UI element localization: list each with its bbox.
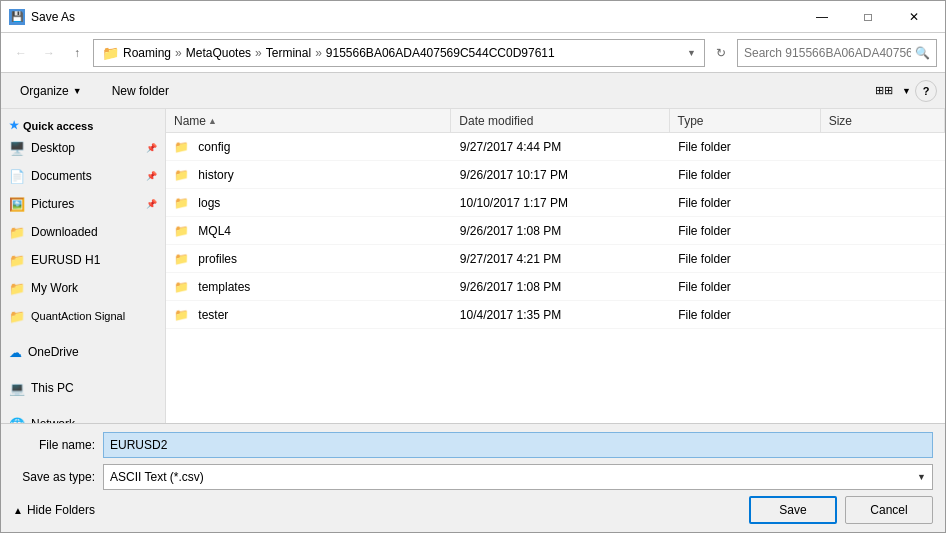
sidebar-item-network[interactable]: 🌐 Network [1, 410, 165, 423]
cancel-label: Cancel [870, 503, 907, 517]
table-row[interactable]: 📁 config 9/27/2017 4:44 PM File folder [166, 133, 945, 161]
breadcrumb-guid[interactable]: 915566BA06ADA407569C544CC0D97611 [326, 46, 555, 60]
sidebar-item-eurusd[interactable]: 📁 EURUSD H1 [1, 246, 165, 274]
close-button[interactable]: ✕ [891, 1, 937, 33]
folder-icon: 📁 [174, 280, 189, 294]
cancel-button[interactable]: Cancel [845, 496, 933, 524]
file-list-body: 📁 config 9/27/2017 4:44 PM File folder 📁… [166, 133, 945, 423]
view-grid-icon: ⊞⊞ [875, 84, 893, 97]
file-type-cell: File folder [670, 166, 821, 184]
save-label: Save [779, 503, 806, 517]
search-icon: 🔍 [915, 46, 930, 60]
hide-folders-button[interactable]: ▲ Hide Folders [13, 503, 95, 517]
search-input[interactable] [744, 46, 911, 60]
sidebar-item-downloaded-label: Downloaded [31, 225, 98, 239]
new-folder-button[interactable]: New folder [101, 78, 180, 104]
file-date-cell: 9/26/2017 1:08 PM [452, 222, 670, 240]
table-row[interactable]: 📁 logs 10/10/2017 1:17 PM File folder [166, 189, 945, 217]
file-name-cell: 📁 history [166, 166, 452, 184]
save-button[interactable]: Save [749, 496, 837, 524]
file-size-cell [821, 201, 945, 205]
sidebar-item-quantaction-label: QuantAction Signal [31, 310, 125, 322]
file-name-cell: 📁 logs [166, 194, 452, 212]
breadcrumb-roaming[interactable]: Roaming [123, 46, 171, 60]
file-size-cell [821, 229, 945, 233]
sidebar-item-pictures[interactable]: 🖼️ Pictures 📌 [1, 190, 165, 218]
address-box[interactable]: 📁 Roaming » MetaQuotes » Terminal » 9155… [93, 39, 705, 67]
filename-input[interactable] [103, 432, 933, 458]
nav-up-button[interactable]: ↑ [65, 41, 89, 65]
sidebar: ★ Quick access 🖥️ Desktop 📌 📄 Documents … [1, 109, 166, 423]
file-name-cell: 📁 MQL4 [166, 222, 452, 240]
column-name-label: Name [174, 114, 206, 128]
sidebar-item-documents-label: Documents [31, 169, 92, 183]
column-header-size[interactable]: Size [821, 109, 945, 132]
column-header-date[interactable]: Date modified [451, 109, 669, 132]
table-row[interactable]: 📁 templates 9/26/2017 1:08 PM File folde… [166, 273, 945, 301]
refresh-button[interactable]: ↻ [709, 41, 733, 65]
hide-folders-label: Hide Folders [27, 503, 95, 517]
file-size-cell [821, 285, 945, 289]
sidebar-item-mywork[interactable]: 📁 My Work [1, 274, 165, 302]
table-row[interactable]: 📁 history 9/26/2017 10:17 PM File folder [166, 161, 945, 189]
savetype-dropdown[interactable]: ASCII Text (*.csv) ▼ [103, 464, 933, 490]
file-type-cell: File folder [670, 278, 821, 296]
organize-button[interactable]: Organize ▼ [9, 78, 93, 104]
sidebar-item-pictures-label: Pictures [31, 197, 74, 211]
bottom-bar: File name: Save as type: ASCII Text (*.c… [1, 423, 945, 532]
table-row[interactable]: 📁 profiles 9/27/2017 4:21 PM File folder [166, 245, 945, 273]
file-date-cell: 9/26/2017 1:08 PM [452, 278, 670, 296]
minimize-button[interactable]: — [799, 1, 845, 33]
file-type-cell: File folder [670, 194, 821, 212]
sidebar-item-desktop-label: Desktop [31, 141, 75, 155]
file-size-cell [821, 145, 945, 149]
sidebar-item-desktop[interactable]: 🖥️ Desktop 📌 [1, 134, 165, 162]
breadcrumb-metaquotes[interactable]: MetaQuotes [186, 46, 251, 60]
breadcrumb-terminal[interactable]: Terminal [266, 46, 311, 60]
eurusd-folder-icon: 📁 [9, 253, 25, 268]
column-size-label: Size [829, 114, 852, 128]
savetype-row: Save as type: ASCII Text (*.csv) ▼ [13, 464, 933, 490]
folder-icon: 📁 [174, 196, 189, 210]
toolbar: Organize ▼ New folder ⊞⊞ ▼ ? [1, 73, 945, 109]
sidebar-item-onedrive-label: OneDrive [28, 345, 79, 359]
desktop-icon: 🖥️ [9, 141, 25, 156]
table-row[interactable]: 📁 MQL4 9/26/2017 1:08 PM File folder [166, 217, 945, 245]
column-header-name[interactable]: Name ▲ [166, 109, 451, 132]
sort-arrow-icon: ▲ [208, 116, 217, 126]
nav-back-button[interactable]: ← [9, 41, 33, 65]
documents-icon: 📄 [9, 169, 25, 184]
downloaded-folder-icon: 📁 [9, 225, 25, 240]
sidebar-item-onedrive[interactable]: ☁ OneDrive [1, 338, 165, 366]
quantaction-folder-icon: 📁 [9, 309, 25, 324]
sidebar-quick-access[interactable]: ★ Quick access [1, 113, 165, 134]
sidebar-item-downloaded[interactable]: 📁 Downloaded [1, 218, 165, 246]
mywork-folder-icon: 📁 [9, 281, 25, 296]
sidebar-item-documents[interactable]: 📄 Documents 📌 [1, 162, 165, 190]
view-toggle-button[interactable]: ⊞⊞ [870, 78, 898, 104]
pin-icon-pics: 📌 [146, 199, 157, 209]
sidebar-item-thispc[interactable]: 💻 This PC [1, 374, 165, 402]
column-header-type[interactable]: Type [670, 109, 821, 132]
maximize-button[interactable]: □ [845, 1, 891, 33]
sidebar-item-thispc-label: This PC [31, 381, 74, 395]
help-button[interactable]: ? [915, 80, 937, 102]
file-date-cell: 9/27/2017 4:21 PM [452, 250, 670, 268]
filename-label: File name: [13, 438, 103, 452]
table-row[interactable]: 📁 tester 10/4/2017 1:35 PM File folder [166, 301, 945, 329]
sidebar-item-quantaction[interactable]: 📁 QuantAction Signal [1, 302, 165, 330]
pin-icon-docs: 📌 [146, 171, 157, 181]
file-date-cell: 9/26/2017 10:17 PM [452, 166, 670, 184]
savetype-label: Save as type: [13, 470, 103, 484]
search-box[interactable]: 🔍 [737, 39, 937, 67]
file-type-cell: File folder [670, 222, 821, 240]
quick-access-label: Quick access [23, 120, 93, 132]
file-size-cell [821, 313, 945, 317]
action-row: ▲ Hide Folders Save Cancel [13, 496, 933, 524]
main-content: ★ Quick access 🖥️ Desktop 📌 📄 Documents … [1, 109, 945, 423]
address-bar: ← → ↑ 📁 Roaming » MetaQuotes » Terminal … [1, 33, 945, 73]
pin-icon: 📌 [146, 143, 157, 153]
nav-forward-button[interactable]: → [37, 41, 61, 65]
file-type-cell: File folder [670, 306, 821, 324]
title-bar-title: Save As [31, 10, 799, 24]
